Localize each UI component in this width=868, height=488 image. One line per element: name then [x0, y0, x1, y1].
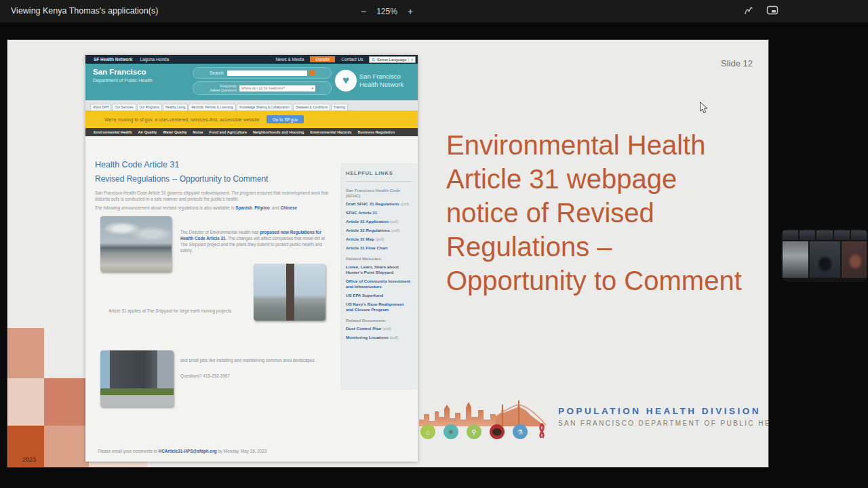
- sidebar-link[interactable]: US Navy's Base Realignment and Closure P…: [346, 302, 412, 312]
- comments-email-link[interactable]: HCArticle31-HPS@sfdph.org: [159, 449, 217, 453]
- topbar-link[interactable]: SF Health Network: [94, 57, 132, 62]
- nav-tab[interactable]: Training: [331, 104, 348, 110]
- regulations-paragraph: The Director of Environmental Health has…: [180, 229, 332, 253]
- svg-text:✳: ✳: [448, 428, 454, 436]
- mini-video-tile: [783, 230, 798, 240]
- nav-tab[interactable]: Knowledge Sharing & Collaboration: [237, 104, 292, 110]
- sidebar-group-header: Related Documents:: [346, 318, 412, 323]
- subnav-link[interactable]: Business Regulation: [358, 130, 395, 134]
- checker-square: [7, 378, 44, 426]
- participants-video-thumbnail[interactable]: [781, 229, 868, 282]
- intro-paragraph: San Francisco Health Code Article 31 gov…: [95, 190, 331, 202]
- donate-button[interactable]: Donate: [310, 56, 335, 62]
- sidebar-link[interactable]: Dust Control Plan (pdf): [346, 326, 412, 331]
- banner-text: We're moving to sf.gov, a user-centered,…: [104, 117, 260, 122]
- shipyard-clouds-photo: [100, 216, 172, 272]
- search-input[interactable]: [227, 70, 307, 76]
- webpage-topbar: SF Health NetworkLaguna Honda News & Med…: [85, 55, 418, 64]
- nav-tab[interactable]: Diseases & Conditions: [293, 104, 330, 110]
- sidebar-link[interactable]: SFHC Article 31: [346, 210, 412, 216]
- slide-title: Environmental Health Article 31 webpage …: [446, 128, 750, 298]
- sidebar-link[interactable]: Draft SFHC 31 Regulations (pdf): [346, 201, 412, 207]
- treatment-dropdown[interactable]: Where do I go for treatment? ▾: [239, 85, 315, 92]
- video-tile: [783, 241, 808, 278]
- site-department: Department of Public Health: [93, 78, 153, 83]
- subnav-link[interactable]: Neighborhoods and Housing: [253, 130, 304, 134]
- sf-skyline-logo-icon: ⌂ ✳ ⚲ ⚗: [416, 396, 555, 443]
- news-media-link[interactable]: News & Media: [275, 57, 304, 62]
- nav-tab[interactable]: Healthy Living: [163, 104, 188, 110]
- mini-video-tile: [851, 230, 867, 240]
- topbar-link[interactable]: Laguna Honda: [140, 57, 169, 62]
- subnav-link[interactable]: Water Quality: [163, 130, 186, 134]
- subnav-link[interactable]: Noise: [193, 130, 203, 134]
- languages-paragraph: The following announcement about revised…: [95, 205, 331, 211]
- filipino-link[interactable]: Filipino: [254, 205, 269, 210]
- article-subheading: Revised Regulations -- Opportunity to Co…: [95, 174, 268, 184]
- sidebar-link[interactable]: Article 31 Flow Chart: [346, 245, 412, 251]
- mini-video-tile: [816, 230, 832, 240]
- app-bar: Viewing Kenya Thomas's application(s) − …: [0, 0, 868, 22]
- phd-department-name: SAN FRANCISCO DEPARTMENT OF PUBLIC HEALT…: [558, 420, 769, 427]
- webpage-nav-tabs: About DPHOur ServicesOur ProgramsHealthy…: [85, 100, 418, 110]
- viewing-title: Viewing Kenya Thomas's application(s): [11, 6, 158, 16]
- sidebar-title: HELPFUL LINKS: [346, 170, 412, 176]
- article-heading: Health Code Article 31: [95, 160, 179, 169]
- mini-video-tile: [800, 230, 815, 240]
- nav-tab[interactable]: Our Programs: [137, 104, 162, 110]
- sidebar-link[interactable]: Article 31 Map (pdf): [346, 237, 412, 242]
- sidebar-link[interactable]: Article 31 Regulations (pdf): [346, 228, 412, 233]
- picture-in-picture-icon[interactable]: [766, 5, 779, 16]
- faq-label: Frequently Asked Questions: [193, 84, 237, 92]
- year-label: 2023: [22, 456, 36, 463]
- checker-square: [7, 328, 44, 378]
- sidebar-group-header: Related Websites:: [346, 256, 412, 262]
- helpful-links-sidebar: HELPFUL LINKS San Francisco Health Code …: [340, 163, 417, 390]
- zoom-in-button[interactable]: +: [408, 7, 413, 16]
- search-label: Search: [210, 70, 224, 75]
- chinese-link[interactable]: Chinese: [280, 205, 297, 210]
- phd-logo-text: POPULATION HEALTH DIVISION SAN FRANCISCO…: [558, 406, 769, 427]
- go-to-sfgov-button[interactable]: Go to SF.gov: [267, 115, 304, 123]
- zoom-out-button[interactable]: −: [361, 7, 366, 16]
- chevron-down-icon: ▾: [408, 58, 413, 62]
- sidebar-link[interactable]: Monitoring Locations (pdf): [346, 335, 412, 340]
- video-tile: [810, 241, 840, 278]
- sidebar-group-header: San Francisco Health Code (SFHC): [346, 188, 412, 199]
- nav-tab[interactable]: Our Services: [112, 104, 136, 110]
- checker-square: [44, 426, 89, 468]
- slide-number-label: Slide 12: [721, 58, 753, 68]
- select-language-label: Select Language: [377, 58, 407, 62]
- checker-square: [44, 378, 89, 426]
- sidebar-link[interactable]: Office of Community Investment and Infra…: [346, 279, 412, 289]
- small-jobs-paragraph: and small jobs like installing and maint…: [180, 357, 327, 363]
- search-submit-button[interactable]: [309, 70, 315, 76]
- health-network-name: San Francisco Health Network: [359, 73, 403, 89]
- sidebar-link[interactable]: Article 31 Application (pdf): [346, 219, 412, 224]
- svg-text:⌂: ⌂: [426, 428, 430, 436]
- nav-tab[interactable]: About DPH: [90, 104, 111, 110]
- subnav-link[interactable]: Environmental Hazards: [310, 130, 351, 134]
- google-translate-icon: G: [372, 58, 375, 62]
- sidebar-link[interactable]: Listen, Learn, Share about Hunter's Poin…: [346, 264, 412, 275]
- webpage-header: San Francisco Department of Public Healt…: [85, 64, 418, 100]
- sfgov-banner: We're moving to sf.gov, a user-centered,…: [85, 110, 418, 128]
- spanish-link[interactable]: Spanish: [235, 205, 252, 210]
- subnav-link[interactable]: Air Quality: [138, 130, 157, 134]
- subnav-link[interactable]: Environmental Health: [94, 130, 132, 134]
- select-language-dropdown[interactable]: G Select Language ▾: [369, 56, 416, 63]
- sidebar-link[interactable]: US EPA Superfund: [346, 293, 412, 298]
- webpage-subnav: Environmental HealthAir QualityWater Qua…: [85, 128, 418, 136]
- search-panel: Search: [193, 67, 332, 79]
- subnav-link[interactable]: Food and Agriculture: [210, 130, 247, 134]
- phd-division-name: POPULATION HEALTH DIVISION: [558, 406, 769, 416]
- webpage-screenshot: SF Health NetworkLaguna Honda News & Med…: [85, 55, 418, 462]
- annotate-icon[interactable]: [743, 5, 755, 16]
- site-name[interactable]: San Francisco: [93, 68, 146, 76]
- questions-phone: Questions? 415-252-3967: [180, 373, 230, 379]
- svg-text:⚗: ⚗: [517, 428, 524, 436]
- faq-panel: Frequently Asked Questions Where do I go…: [193, 81, 332, 95]
- svg-text:⚲: ⚲: [471, 428, 476, 436]
- contact-us-link[interactable]: Contact Us: [341, 57, 363, 62]
- nav-tab[interactable]: Records, Permits & Licensing: [189, 104, 235, 110]
